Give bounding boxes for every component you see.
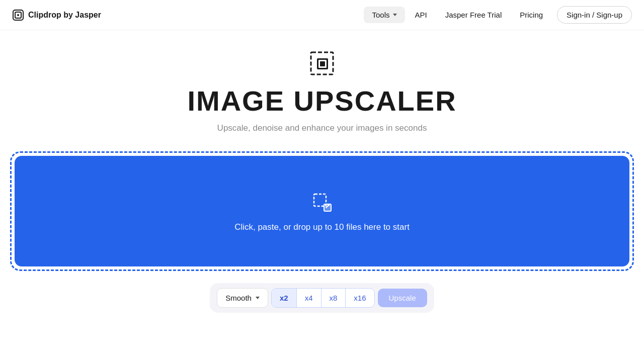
pricing-label: Pricing xyxy=(520,11,543,19)
upscale-label: Upscale xyxy=(389,294,416,302)
scale-x8-button[interactable]: x8 xyxy=(321,289,346,307)
api-label: API xyxy=(415,11,427,19)
svg-point-2 xyxy=(17,14,19,16)
nav-right: Tools API Jasper Free Trial Pricing Sign… xyxy=(364,6,632,24)
dropzone-icon xyxy=(310,190,334,214)
scale-x2-label: x2 xyxy=(280,294,288,302)
svg-rect-6 xyxy=(320,61,325,66)
scale-x4-button[interactable]: x4 xyxy=(297,289,321,307)
pricing-button[interactable]: Pricing xyxy=(512,7,551,23)
dropzone-wrapper[interactable]: Click, paste, or drop up to 10 files her… xyxy=(10,151,634,271)
api-button[interactable]: API xyxy=(407,7,435,23)
navbar: Clipdrop by Jasper Tools API Jasper Free… xyxy=(0,0,644,30)
smooth-button[interactable]: Smooth xyxy=(217,288,268,308)
tools-label: Tools xyxy=(372,11,389,19)
main-content: IMAGE UPSCALER Upscale, denoise and enha… xyxy=(0,30,644,333)
svg-rect-8 xyxy=(324,204,331,211)
controls-bar: Smooth x2 x4 x8 x16 Upscale xyxy=(210,283,434,313)
trial-button[interactable]: Jasper Free Trial xyxy=(437,7,510,23)
upscaler-icon xyxy=(309,50,335,76)
dropzone-text: Click, paste, or drop up to 10 files her… xyxy=(234,222,410,232)
logo-text: Clipdrop by Jasper xyxy=(28,11,101,20)
signin-button[interactable]: Sign-in / Sign-up xyxy=(557,6,632,24)
smooth-chevron-icon xyxy=(256,297,260,299)
dropzone[interactable]: Click, paste, or drop up to 10 files her… xyxy=(15,156,629,266)
chevron-down-icon xyxy=(393,14,397,16)
scale-x8-label: x8 xyxy=(330,294,338,302)
signin-label: Sign-in / Sign-up xyxy=(567,11,622,19)
clipdrop-logo-icon xyxy=(12,9,24,21)
smooth-label: Smooth xyxy=(225,294,252,302)
upscale-button[interactable]: Upscale xyxy=(378,289,427,307)
scale-x2-button[interactable]: x2 xyxy=(272,289,297,307)
logo-link[interactable]: Clipdrop by Jasper xyxy=(12,9,101,21)
trial-label: Jasper Free Trial xyxy=(445,11,502,19)
tools-button[interactable]: Tools xyxy=(364,7,405,23)
page-title: IMAGE UPSCALER xyxy=(187,84,456,117)
scale-group: x2 x4 x8 x16 xyxy=(271,288,375,308)
scale-x4-label: x4 xyxy=(305,294,313,302)
scale-x16-button[interactable]: x16 xyxy=(346,289,374,307)
page-subtitle: Upscale, denoise and enhance your images… xyxy=(217,123,427,133)
scale-x16-label: x16 xyxy=(354,294,366,302)
